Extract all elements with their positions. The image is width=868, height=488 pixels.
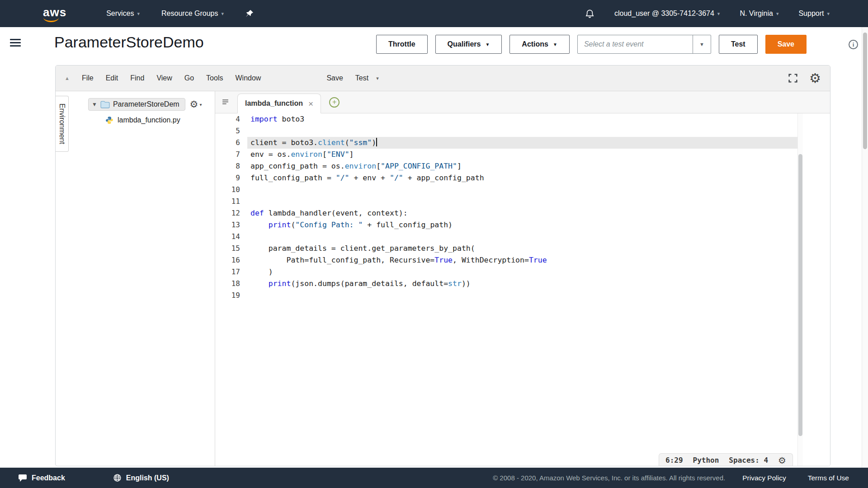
- notifications-bell-icon[interactable]: [585, 9, 594, 19]
- fullscreen-icon[interactable]: [788, 73, 798, 84]
- qualifiers-label: Qualifiers: [448, 40, 481, 48]
- code-line[interactable]: 4import boto3: [215, 113, 797, 125]
- environment-tab[interactable]: Environment: [56, 96, 69, 152]
- code-line[interactable]: 16 Path=full_config_path, Recursive=True…: [215, 254, 797, 266]
- test-button[interactable]: Test: [719, 35, 758, 54]
- editor-tabstrip: lambda_function × +: [215, 91, 830, 113]
- editor-scrollbar-thumb[interactable]: [798, 154, 802, 436]
- code-line[interactable]: 6client = boto3.client("ssm"): [215, 137, 797, 149]
- page-scrollbar[interactable]: [862, 27, 868, 468]
- function-header: ParameterStoreDemo Throttle Qualifiers ▼…: [0, 27, 868, 61]
- test-dropdown-caret-icon[interactable]: ▾: [376, 75, 379, 81]
- tree-file-row[interactable]: lambda_function.py: [76, 113, 215, 127]
- code-line[interactable]: 11: [215, 196, 797, 207]
- environment-sidebar: Environment: [56, 91, 76, 466]
- aws-logo[interactable]: aws: [43, 5, 66, 22]
- new-tab-icon[interactable]: +: [329, 97, 340, 108]
- page-scrollbar-thumb[interactable]: [863, 33, 867, 149]
- editor-pane: lambda_function × + 4import boto356clien…: [215, 91, 830, 466]
- save-button[interactable]: Save: [765, 35, 807, 54]
- line-number: 12: [215, 207, 247, 219]
- line-number: 9: [215, 172, 247, 184]
- tab-label: lambda_function: [245, 99, 303, 108]
- globe-icon: [113, 474, 122, 482]
- tree-settings-gear-icon[interactable]: ⚙▾: [190, 99, 202, 110]
- feedback-button[interactable]: Feedback: [18, 474, 65, 482]
- chevron-down-icon: ▾: [827, 11, 830, 17]
- terms-of-use-link[interactable]: Terms of Use: [808, 474, 849, 482]
- account-label: cloud_user @ 3305-7412-3674: [614, 9, 714, 18]
- close-tab-icon[interactable]: ×: [308, 99, 313, 108]
- nav-region-selector[interactable]: N. Virginia ▾: [740, 9, 778, 18]
- hamburger-menu-icon[interactable]: [10, 39, 21, 48]
- feedback-label: Feedback: [32, 474, 65, 482]
- collapse-menubar-icon[interactable]: ▲: [65, 75, 70, 81]
- pin-icon[interactable]: [245, 9, 254, 18]
- language-selector[interactable]: English (US): [113, 474, 169, 482]
- code-editor[interactable]: 4import boto356client = boto3.client("ss…: [215, 113, 830, 466]
- nav-support-menu[interactable]: Support ▾: [798, 9, 830, 18]
- status-settings-gear-icon[interactable]: ⚙: [778, 455, 786, 466]
- privacy-policy-link[interactable]: Privacy Policy: [742, 474, 786, 482]
- code-line[interactable]: 14: [215, 231, 797, 243]
- nav-services-label: Services: [106, 9, 134, 18]
- code-line[interactable]: 18 print(json.dumps(param_details, defau…: [215, 278, 797, 290]
- menubar-save-button[interactable]: Save: [326, 74, 343, 82]
- tab-list-icon[interactable]: [222, 99, 229, 106]
- line-number: 17: [215, 266, 247, 278]
- info-icon[interactable]: i: [849, 40, 858, 49]
- menu-tools[interactable]: Tools: [206, 74, 223, 82]
- chevron-down-icon: ▾: [717, 11, 720, 17]
- line-number: 16: [215, 254, 247, 266]
- code-line[interactable]: 9full_config_path = "/" + env + "/" + ap…: [215, 172, 797, 184]
- menubar-test-button[interactable]: Test: [355, 74, 368, 82]
- code-line[interactable]: 7env = os.environ["ENV"]: [215, 149, 797, 160]
- folder-disclosure-icon[interactable]: ▼: [92, 101, 97, 108]
- folder-icon: [100, 101, 110, 108]
- tab-lambda-function[interactable]: lambda_function ×: [237, 94, 321, 113]
- code-text: import boto3: [247, 113, 797, 125]
- copyright-text: © 2008 - 2020, Amazon Web Services, Inc.…: [493, 474, 725, 482]
- code-line[interactable]: 10: [215, 184, 797, 196]
- menu-go[interactable]: Go: [184, 74, 194, 82]
- region-label: N. Virginia: [740, 9, 773, 18]
- ide-menubar: ▲ File Edit Find View Go Tools Window Sa…: [56, 66, 830, 91]
- menu-find[interactable]: Find: [130, 74, 144, 82]
- code-text: param_details = client.get_parameters_by…: [247, 243, 797, 254]
- menu-file[interactable]: File: [82, 74, 94, 82]
- code-text: print("Config Path: " + full_config_path…: [247, 219, 797, 231]
- line-number: 8: [215, 160, 247, 172]
- ide-preferences-gear-icon[interactable]: ⚙: [809, 70, 821, 86]
- code-line[interactable]: 12def lambda_handler(event, context):: [215, 207, 797, 219]
- cursor-position[interactable]: 6:29: [665, 456, 683, 465]
- test-event-select[interactable]: Select a test event ▼: [577, 35, 711, 54]
- nav-account-menu[interactable]: cloud_user @ 3305-7412-3674 ▾: [614, 9, 720, 18]
- line-number: 6: [215, 137, 247, 149]
- cloud9-editor: ▲ File Edit Find View Go Tools Window Sa…: [55, 65, 830, 466]
- code-text: app_config_path = os.environ["APP_CONFIG…: [247, 160, 797, 172]
- editor-scrollbar[interactable]: [797, 113, 803, 466]
- nav-resource-groups[interactable]: Resource Groups ▾: [161, 9, 224, 18]
- code-line[interactable]: 13 print("Config Path: " + full_config_p…: [215, 219, 797, 231]
- language-label: English (US): [126, 474, 169, 482]
- menu-edit[interactable]: Edit: [106, 74, 118, 82]
- menu-window[interactable]: Window: [235, 74, 261, 82]
- test-label: Test: [731, 40, 745, 48]
- file-name: lambda_function.py: [118, 116, 180, 124]
- language-mode[interactable]: Python: [693, 456, 719, 465]
- actions-button[interactable]: Actions ▼: [509, 35, 570, 54]
- page-title: ParameterStoreDemo: [54, 33, 204, 51]
- menu-view[interactable]: View: [156, 74, 172, 82]
- code-line[interactable]: 8app_config_path = os.environ["APP_CONFI…: [215, 160, 797, 172]
- python-file-icon: [105, 116, 113, 124]
- nav-services[interactable]: Services ▾: [106, 9, 140, 18]
- tree-folder-row[interactable]: ▼ ParameterStoreDem ⚙▾: [76, 96, 215, 113]
- code-line[interactable]: 5: [215, 125, 797, 137]
- indentation-setting[interactable]: Spaces: 4: [729, 456, 768, 465]
- code-line[interactable]: 19: [215, 290, 797, 301]
- line-number: 15: [215, 243, 247, 254]
- code-line[interactable]: 15 param_details = client.get_parameters…: [215, 243, 797, 254]
- qualifiers-button[interactable]: Qualifiers ▼: [435, 35, 502, 54]
- code-line[interactable]: 17 ): [215, 266, 797, 278]
- throttle-button[interactable]: Throttle: [376, 35, 428, 54]
